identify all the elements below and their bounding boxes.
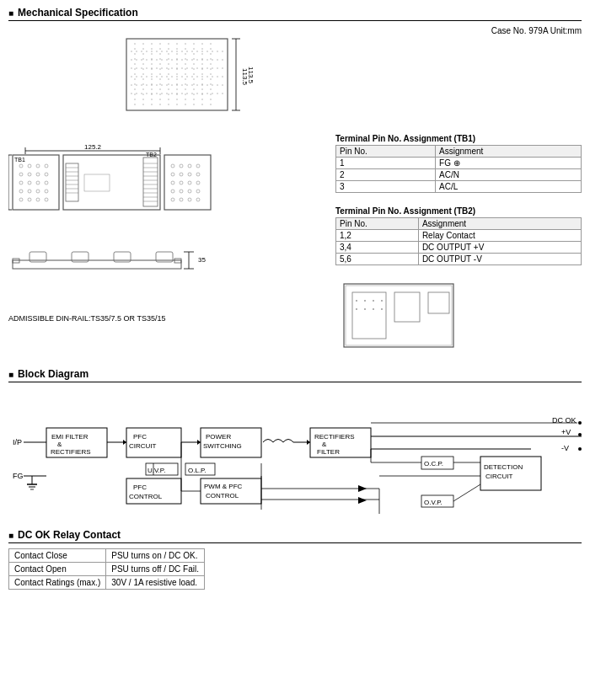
svg-point-117: [373, 308, 374, 310]
svg-point-36: [28, 181, 31, 184]
page: Mechanical Specification Case No. 979A U…: [0, 0, 590, 603]
svg-point-153: [578, 433, 582, 436]
svg-rect-106: [344, 284, 453, 347]
svg-point-87: [171, 198, 174, 201]
svg-text:DC OK: DC OK: [552, 416, 577, 425]
table-row: 3AC/L: [336, 181, 582, 193]
svg-point-84: [180, 190, 183, 193]
block-diagram-section: Block Diagram I/P FG EMI FILTER & RECTIF…: [8, 368, 582, 522]
svg-point-78: [196, 173, 200, 176]
svg-text:FILTER: FILTER: [317, 448, 340, 456]
svg-point-113: [373, 300, 374, 302]
svg-point-30: [45, 164, 48, 168]
svg-point-34: [45, 173, 48, 176]
right-iso-view: [335, 275, 582, 361]
relay-title: DC OK Relay Contact: [18, 529, 121, 541]
svg-point-29: [36, 164, 40, 168]
middle-svg: 125.2: [8, 142, 329, 235]
svg-point-37: [36, 181, 40, 184]
svg-text:35: 35: [198, 256, 206, 264]
svg-text:EMI FILTER: EMI FILTER: [51, 433, 88, 441]
bottom-svg: 35: [8, 243, 329, 311]
svg-text:U.V.P.: U.V.P.: [148, 467, 165, 474]
table-row: 2AC/N: [336, 169, 582, 181]
svg-point-41: [36, 190, 40, 193]
table-row: 1FG ⊕: [336, 158, 582, 169]
svg-point-151: [578, 421, 582, 425]
table-row: Contact Ratings (max.)30V / 1A resistive…: [9, 576, 205, 590]
table-row: Contact ClosePSU turns on / DC OK.: [9, 549, 205, 563]
svg-point-32: [28, 173, 31, 176]
svg-text:CIRCUIT: CIRCUIT: [485, 473, 513, 480]
mechanical-header: Mechanical Specification: [8, 7, 582, 21]
svg-point-79: [171, 181, 174, 184]
svg-point-86: [196, 190, 200, 193]
tb1-title: Terminal Pin No. Assignment (TB1): [335, 134, 582, 143]
drawings-area: 113.5 113.5 125.2: [8, 26, 582, 361]
block-diagram-header: Block Diagram: [8, 368, 582, 382]
svg-marker-137: [197, 440, 201, 445]
svg-point-77: [188, 173, 191, 176]
svg-point-112: [364, 300, 366, 302]
tb2-table: Pin No. Assignment 1,2Relay Contact3,4DC…: [335, 217, 582, 265]
svg-text:DETECTION: DETECTION: [484, 463, 523, 471]
svg-text:CONTROL: CONTROL: [206, 492, 239, 500]
svg-point-80: [180, 181, 183, 184]
svg-rect-58: [143, 158, 158, 206]
svg-point-72: [180, 164, 183, 168]
svg-line-176: [453, 484, 480, 501]
svg-rect-110: [428, 292, 449, 313]
tb1-col-assignment: Assignment: [436, 146, 582, 158]
svg-point-111: [356, 300, 357, 302]
svg-point-44: [28, 198, 31, 201]
case-info: Case No. 979A Unit:mm: [491, 26, 582, 35]
tb2-col-pinno: Pin No.: [336, 218, 419, 230]
table-row: 3,4DC OUTPUT +V: [336, 242, 582, 254]
svg-point-118: [381, 308, 383, 310]
svg-text:+V: +V: [561, 428, 571, 436]
relay-section-header: DC OK Relay Contact: [8, 529, 582, 543]
tb1-col-pinno: Pin No.: [336, 146, 436, 158]
svg-text:PWM & PFC: PWM & PFC: [204, 483, 243, 490]
relay-table: Contact ClosePSU turns on / DC OK.Contac…: [8, 548, 205, 590]
svg-point-82: [196, 181, 200, 184]
svg-text:I/P: I/P: [13, 438, 22, 446]
svg-point-81: [188, 181, 191, 184]
svg-text:FG: FG: [13, 472, 24, 480]
svg-point-83: [171, 190, 174, 193]
svg-point-90: [196, 198, 200, 201]
svg-point-39: [19, 190, 23, 193]
svg-point-28: [28, 164, 31, 168]
svg-text:CIRCUIT: CIRCUIT: [129, 442, 157, 450]
svg-point-89: [188, 198, 191, 201]
right-iso-svg: [335, 275, 487, 360]
svg-point-38: [45, 181, 48, 184]
svg-point-45: [36, 198, 40, 201]
svg-text:TB1: TB1: [14, 157, 25, 163]
svg-text:113.5: 113.5: [241, 68, 249, 86]
svg-rect-108: [352, 292, 386, 339]
tb1-container: Terminal Pin No. Assignment (TB1) Pin No…: [335, 134, 582, 193]
svg-point-116: [364, 308, 366, 310]
tb2-container: Terminal Pin No. Assignment (TB2) Pin No…: [335, 206, 582, 265]
svg-rect-49: [66, 163, 78, 201]
svg-point-88: [180, 198, 183, 201]
svg-point-76: [180, 173, 183, 176]
svg-point-42: [45, 190, 48, 193]
svg-point-73: [188, 164, 191, 168]
svg-point-43: [19, 198, 23, 201]
svg-rect-57: [84, 174, 110, 191]
svg-text:O.C.P.: O.C.P.: [424, 460, 443, 468]
svg-text:PFC: PFC: [133, 484, 147, 491]
tb2-col-assignment: Assignment: [418, 218, 581, 230]
svg-marker-142: [307, 440, 310, 445]
svg-marker-132: [123, 440, 126, 445]
svg-text:-V: -V: [561, 444, 569, 452]
svg-text:POWER: POWER: [206, 433, 231, 441]
block-diagram-title: Block Diagram: [18, 368, 88, 380]
svg-point-85: [188, 190, 191, 193]
svg-text:TB2: TB2: [146, 152, 157, 158]
svg-point-46: [45, 198, 48, 201]
svg-text:125.2: 125.2: [84, 143, 102, 151]
table-row: 5,6DC OUTPUT -V: [336, 254, 582, 265]
